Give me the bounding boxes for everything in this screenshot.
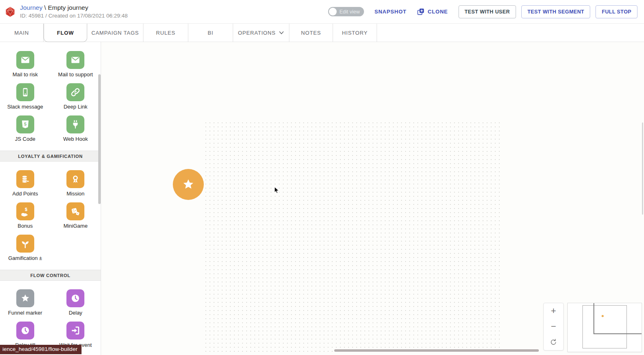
sign-in-icon xyxy=(70,325,81,336)
tool-label: Gamification ± xyxy=(8,255,42,261)
smartphone-icon xyxy=(20,87,31,98)
edit-view-toggle[interactable]: Edit view xyxy=(328,7,364,16)
tool-delay[interactable]: Delay xyxy=(51,289,101,316)
refresh-icon[interactable] xyxy=(549,338,558,346)
page-title: Empty journey xyxy=(48,4,88,11)
test-with-segment-button[interactable]: TEST WITH SEGMENT xyxy=(521,5,590,18)
tab-history[interactable]: HISTORY xyxy=(333,24,377,42)
star-icon xyxy=(181,178,195,191)
tab-flow[interactable]: FLOW xyxy=(44,24,87,42)
tool-mail-to-risk[interactable]: Mail to risk xyxy=(0,51,51,78)
tab-main[interactable]: MAIN xyxy=(0,24,44,42)
tool-tile xyxy=(16,51,34,69)
minimap-viewport[interactable] xyxy=(593,303,642,334)
tool-label: Mail to risk xyxy=(13,71,38,78)
start-node[interactable] xyxy=(173,169,204,200)
tab-label: OPERATIONS xyxy=(238,30,276,36)
tool-tile xyxy=(16,235,34,253)
clone-button[interactable]: CLONE xyxy=(417,8,448,16)
clone-label: CLONE xyxy=(428,9,448,15)
tool-tile xyxy=(66,115,84,133)
tool-delay-till[interactable]: Delay till xyxy=(0,322,51,348)
tool-label: MiniGame xyxy=(64,223,88,229)
star-icon xyxy=(20,293,31,304)
tool-label: Funnel marker xyxy=(8,310,42,316)
section-header-loyalty-gamification: LOYALTY & GAMIFICATION xyxy=(0,151,101,162)
tool-funnel-marker[interactable]: Funnel marker xyxy=(0,289,51,316)
tab-operations[interactable]: OPERATIONS xyxy=(233,24,289,42)
tool-bonus[interactable]: $Bonus xyxy=(0,202,51,229)
test-with-user-button[interactable]: TEST WITH USER xyxy=(459,5,516,18)
tool-label: Web Hook xyxy=(63,136,88,142)
vertical-scrollbar[interactable] xyxy=(642,122,643,215)
journey-meta: ID: 45981 / Created on 17/08/2021 06:29:… xyxy=(20,12,128,20)
tool-label: JS Code xyxy=(15,136,35,142)
status-url-tooltip: ience_head/45981/flow-builder xyxy=(0,345,82,354)
tab-label: HISTORY xyxy=(342,30,368,36)
tab-label: BI xyxy=(208,30,214,36)
tab-label: RULES xyxy=(156,30,175,36)
app-logo-icon xyxy=(4,6,16,18)
tool-web-hook[interactable]: Web Hook xyxy=(51,115,101,142)
minimap[interactable] xyxy=(567,303,642,352)
tab-notes[interactable]: NOTES xyxy=(289,24,333,42)
seedling-icon xyxy=(20,238,31,249)
tool-deep-link[interactable]: Deep Link xyxy=(51,83,101,110)
tool-minigame[interactable]: MiniGame xyxy=(51,202,101,229)
tool-grid: Funnel markerDelayDelay tillWait for eve… xyxy=(0,281,101,354)
horizontal-scrollbar[interactable] xyxy=(334,349,539,352)
zoom-out-button[interactable]: − xyxy=(551,322,556,331)
breadcrumb-separator: \ xyxy=(44,4,46,11)
envelope-icon xyxy=(20,55,31,65)
breadcrumb: Journey \ Empty journey xyxy=(20,4,128,11)
tab-rules[interactable]: RULES xyxy=(143,24,188,42)
tool-tile: $ xyxy=(16,202,34,220)
snapshot-button[interactable]: SNAPSHOT xyxy=(375,9,407,15)
tab-bar: MAINFLOWCAMPAIGN TAGSRULESBIOPERATIONSNO… xyxy=(0,24,644,42)
clock-icon xyxy=(20,325,31,336)
dice-icon xyxy=(70,206,81,217)
zoom-in-button[interactable]: + xyxy=(551,307,556,315)
tab-label: NOTES xyxy=(301,30,321,36)
tool-label: Delay xyxy=(69,310,82,316)
edit-view-label: Edit view xyxy=(340,9,360,15)
hand-dollar-icon: $ xyxy=(20,206,31,217)
plug-icon xyxy=(70,119,81,130)
envelope-icon xyxy=(70,55,81,65)
tool-tile xyxy=(16,322,34,339)
tool-tile: 5 xyxy=(16,115,34,133)
tool-tile xyxy=(16,170,34,188)
clock-icon xyxy=(70,293,81,304)
clone-icon xyxy=(417,8,425,16)
tool-label: Bonus xyxy=(18,223,33,229)
sidebar-scrollbar[interactable] xyxy=(98,74,101,204)
tab-bi[interactable]: BI xyxy=(188,24,233,42)
tool-wait-for-event[interactable]: Wait for event xyxy=(51,322,101,348)
app-header: Journey \ Empty journey ID: 45981 / Crea… xyxy=(0,0,644,24)
tool-tile xyxy=(66,202,84,220)
tool-mission[interactable]: Mission xyxy=(51,170,101,197)
coins-icon xyxy=(20,174,31,184)
tab-label: MAIN xyxy=(14,30,29,36)
link-icon xyxy=(70,87,81,98)
tool-tile xyxy=(66,83,84,101)
tool-js-code[interactable]: 5JS Code xyxy=(0,115,51,142)
tool-label: Mission xyxy=(66,191,84,197)
tool-slack-message[interactable]: Slack message xyxy=(0,83,51,110)
tool-tile xyxy=(16,83,34,101)
tool-tile xyxy=(66,170,84,188)
tool-label: Slack message xyxy=(7,104,43,110)
tab-label: CAMPAIGN TAGS xyxy=(91,30,139,36)
breadcrumb-journey-link[interactable]: Journey xyxy=(20,4,42,11)
minimap-node-dot xyxy=(602,315,604,317)
tool-label: Mail to support xyxy=(58,71,93,78)
tool-mail-to-support[interactable]: Mail to support xyxy=(51,51,101,78)
tool-label: Deep Link xyxy=(64,104,88,110)
tool-gamification[interactable]: Gamification ± xyxy=(0,235,51,261)
full-stop-button[interactable]: FULL STOP xyxy=(595,5,637,18)
svg-text:$: $ xyxy=(25,207,27,212)
tool-grid: Add PointsMission$BonusMiniGameGamificat… xyxy=(0,162,101,267)
tab-campaign-tags[interactable]: CAMPAIGN TAGS xyxy=(87,24,143,42)
tool-add-points[interactable]: Add Points xyxy=(0,170,51,197)
canvas-dot-grid xyxy=(204,121,501,355)
